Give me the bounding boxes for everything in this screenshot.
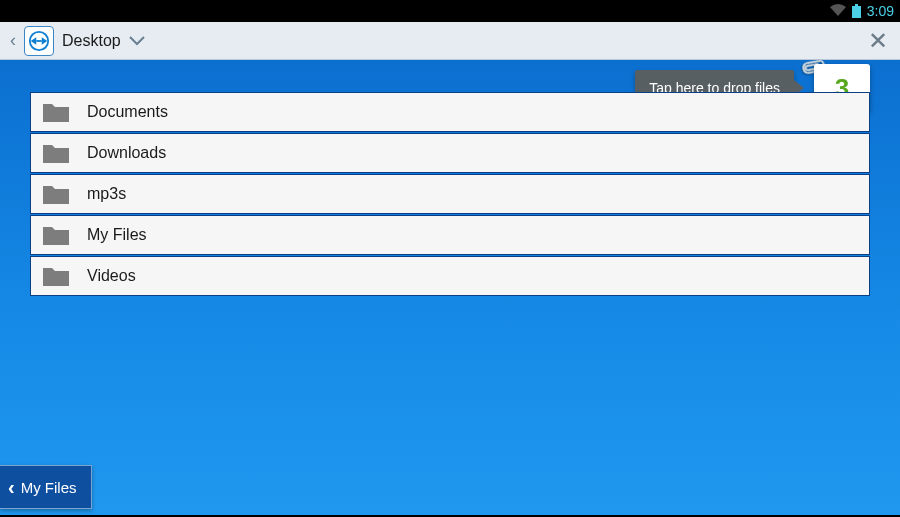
back-button-label: My Files [21, 479, 77, 496]
battery-icon [852, 4, 861, 18]
title-bar: ‹ Desktop ✕ [0, 22, 900, 60]
svg-rect-3 [36, 40, 42, 42]
list-item[interactable]: My Files [30, 215, 870, 255]
android-status-bar: 3:09 [0, 0, 900, 22]
teamviewer-logo-icon [24, 26, 54, 56]
folder-label: Downloads [87, 144, 166, 162]
svg-rect-1 [852, 6, 861, 18]
folder-label: Documents [87, 103, 168, 121]
list-item[interactable]: Downloads [30, 133, 870, 173]
back-button[interactable]: ‹ My Files [0, 465, 92, 509]
location-label: Desktop [62, 32, 121, 50]
folder-icon [43, 266, 69, 286]
svg-rect-0 [855, 4, 858, 6]
title-bar-left[interactable]: ‹ Desktop [6, 26, 145, 56]
folder-icon [43, 102, 69, 122]
close-icon[interactable]: ✕ [862, 29, 894, 53]
chevron-left-icon: ‹ [8, 476, 15, 499]
list-item[interactable]: Documents [30, 92, 870, 132]
list-item[interactable]: mp3s [30, 174, 870, 214]
folder-label: My Files [87, 226, 147, 244]
folder-list: Documents Downloads mp3s My Files Videos [30, 92, 870, 297]
folder-icon [43, 225, 69, 245]
folder-icon [43, 143, 69, 163]
folder-label: Videos [87, 267, 136, 285]
list-item[interactable]: Videos [30, 256, 870, 296]
status-time: 3:09 [867, 3, 894, 19]
main-area: Tap here to drop files 3 Documents Downl… [0, 60, 900, 515]
back-icon[interactable]: ‹ [6, 30, 20, 51]
wifi-icon [830, 3, 846, 19]
chevron-down-icon[interactable] [129, 32, 145, 50]
folder-label: mp3s [87, 185, 126, 203]
folder-icon [43, 184, 69, 204]
